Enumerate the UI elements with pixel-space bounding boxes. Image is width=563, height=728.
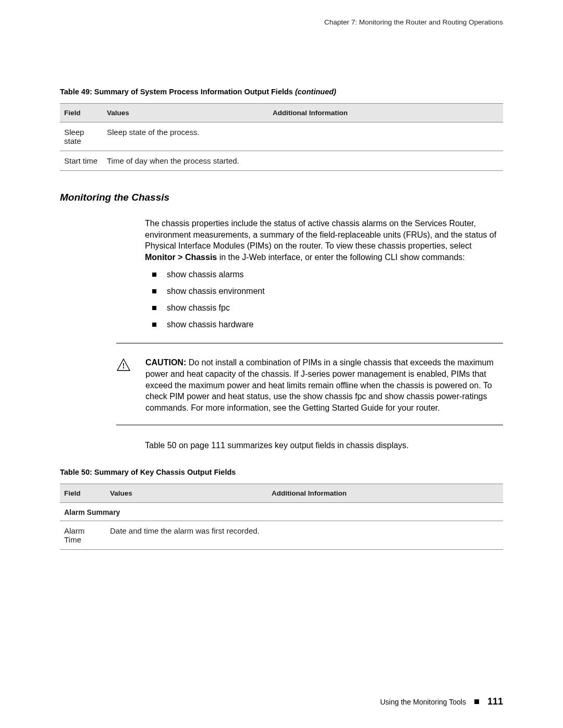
caution-cmd1: show chassis fpc [303, 392, 366, 401]
cli-show-word: show [400, 253, 419, 262]
table50-caption: Table 50: Summary of Key Chassis Output … [60, 468, 503, 476]
intro-text-a: The chassis properties include the statu… [145, 219, 496, 250]
caution-label: CAUTION: [145, 358, 186, 367]
cell-field: Start time [60, 151, 103, 171]
command-list: show chassis alarms show chassis environ… [152, 270, 503, 329]
caution-text: CAUTION: Do not install a combination of… [145, 357, 503, 413]
cell-values: Time of day when the process started. [103, 151, 268, 171]
table-row: Sleep state Sleep state of the process. [60, 122, 503, 151]
table50-head-info: Additional Information [267, 484, 503, 502]
list-item: show chassis hardware [152, 320, 503, 329]
table49: Field Values Additional Information Slee… [60, 103, 503, 171]
caution-cmd2: show chassis power-ratings [385, 392, 487, 401]
table-row: Start time Time of day when the process … [60, 151, 503, 171]
intro-text-c: in the J-Web interface, or enter the fol… [217, 253, 400, 262]
post-caution-para: Table 50 on page 111 summarizes key outp… [145, 440, 503, 451]
list-item: show chassis alarms [152, 270, 503, 279]
caution-icon: ! [116, 358, 131, 374]
body-block: The chassis properties include the statu… [145, 218, 503, 329]
page-number: 111 [487, 696, 503, 707]
cell-field: Alarm Time [60, 521, 106, 549]
cell-values: Date and time the alarm was first record… [106, 521, 267, 549]
page: Chapter 7: Monitoring the Router and Rou… [0, 0, 563, 550]
table-section-row: Alarm Summary [60, 502, 503, 521]
cell-info [267, 521, 503, 549]
section-label: Alarm Summary [60, 502, 503, 521]
table50-head-field: Field [60, 484, 106, 502]
list-item: show chassis environment [152, 287, 503, 296]
cell-info [268, 151, 503, 171]
footer-text: Using the Monitoring Tools [380, 698, 466, 706]
list-item: show chassis fpc [152, 303, 503, 313]
table49-caption-cont: (continued) [295, 88, 336, 96]
body-block-2: Table 50 on page 111 summarizes key outp… [145, 440, 503, 451]
table50: Field Values Additional Information Alar… [60, 484, 503, 550]
table49-head-values: Values [103, 104, 268, 122]
table49-caption: Table 49: Summary of System Process Info… [60, 88, 503, 96]
footer-square-icon [474, 699, 479, 704]
intro-text-e: commands: [420, 253, 465, 262]
table49-head-info: Additional Information [268, 104, 503, 122]
caution-box: ! CAUTION: Do not install a combination … [116, 343, 503, 425]
caution-t2: and [366, 392, 385, 401]
table50-head-values: Values [106, 484, 267, 502]
caution-t3: commands. For more information, see the … [145, 403, 440, 412]
table-row: Alarm Time Date and time the alarm was f… [60, 521, 503, 549]
section-heading: Monitoring the Chassis [60, 192, 503, 203]
intro-paragraph: The chassis properties include the statu… [145, 218, 503, 263]
table49-caption-main: Table 49: Summary of System Process Info… [60, 88, 295, 96]
menu-path: Monitor > Chassis [145, 253, 217, 262]
cell-values: Sleep state of the process. [103, 122, 268, 151]
cell-info [268, 122, 503, 151]
chapter-header: Chapter 7: Monitoring the Router and Rou… [60, 18, 503, 26]
table49-head-field: Field [60, 104, 103, 122]
page-footer: Using the Monitoring Tools 111 [380, 696, 503, 707]
cell-field: Sleep state [60, 122, 103, 151]
svg-text:!: ! [123, 362, 125, 370]
